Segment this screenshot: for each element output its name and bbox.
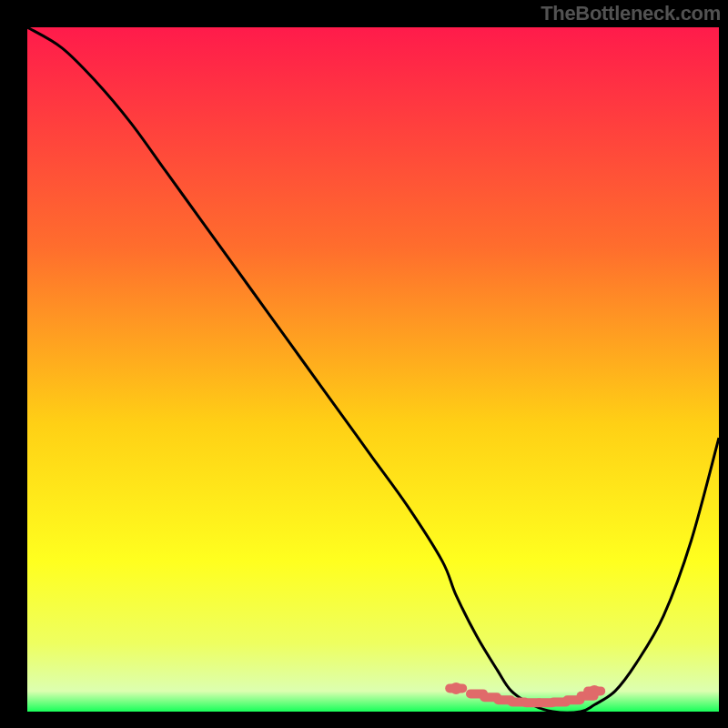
chart-container: { "watermark": "TheBottleneck.com", "col… [0,0,728,728]
curve-marker-end [589,685,601,697]
bottleneck-chart [0,0,728,728]
gradient-background [27,27,719,712]
curve-marker-start [450,682,462,694]
watermark-text: TheBottleneck.com [541,2,721,25]
